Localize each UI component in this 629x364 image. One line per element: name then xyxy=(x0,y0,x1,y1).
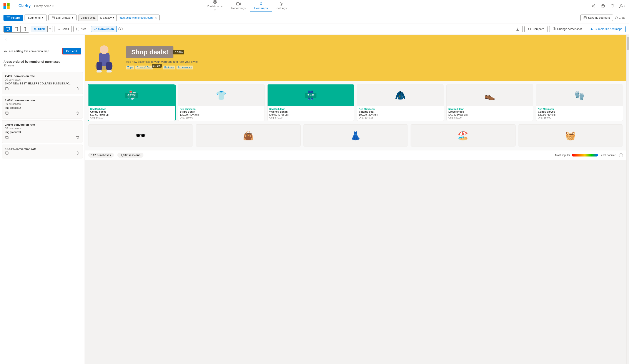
scroll-tool-btn[interactable]: Scroll xyxy=(55,26,72,32)
product-emoji-1: 👕 xyxy=(216,90,227,100)
toolbar-right: Compare Change screenshot Summarize heat… xyxy=(513,26,626,32)
help-icon-btn[interactable] xyxy=(600,2,606,9)
product-card-0[interactable]: 🧦 0.78% New Markdown Comfy socks $23.60 … xyxy=(88,84,175,121)
svg-rect-28 xyxy=(6,112,8,114)
product-card-r2-0[interactable]: 🕶️ xyxy=(88,124,193,147)
area-card-actions-1 xyxy=(5,111,80,116)
mobile-view-btn[interactable] xyxy=(21,26,29,32)
product-info-3: New Markdown Vintage coat $99.99 (33% of… xyxy=(357,106,444,121)
areas-count: 33 areas xyxy=(3,64,81,67)
change-screenshot-button[interactable]: Change screenshot xyxy=(549,26,585,32)
summarize-button[interactable]: Summarize heatmaps xyxy=(587,26,626,32)
area-copy-btn-2[interactable] xyxy=(5,135,9,140)
conversion-tool-btn[interactable]: Conversion xyxy=(91,26,117,32)
filter-bar-right: Save as segment Clear xyxy=(580,14,626,21)
area-copy-btn-3[interactable] xyxy=(5,151,9,156)
save-segment-button[interactable]: Save as segment xyxy=(580,14,613,21)
nav-dashboards[interactable]: Dashboards ▾ xyxy=(203,0,227,14)
exit-edit-button[interactable]: Exit edit xyxy=(62,48,81,55)
download-icon xyxy=(516,27,519,31)
area-copy-btn-0[interactable] xyxy=(5,87,9,91)
scrollbar-thumb[interactable] xyxy=(627,37,629,50)
banner-link-accessories[interactable]: Accessories xyxy=(176,66,193,70)
compare-button[interactable]: Compare xyxy=(524,26,547,32)
product-price-1: $39.90 (42% off) xyxy=(180,113,263,116)
product-img-r2-2: 👗 xyxy=(304,125,408,146)
product-card-r2-1[interactable]: 👜 xyxy=(196,124,300,147)
click-tool-main[interactable]: Click xyxy=(31,26,47,32)
editing-banner: You are editing this conversion map Exit… xyxy=(0,45,85,57)
banner-link-coats[interactable]: Coats & Ja... 0.78% xyxy=(135,66,153,70)
area-delete-btn-0[interactable] xyxy=(76,87,80,91)
product-tag-5: New Markdown xyxy=(538,108,621,110)
account-icon xyxy=(619,4,623,8)
svg-rect-16 xyxy=(52,17,55,19)
refresh-icon xyxy=(615,16,618,19)
instance-name[interactable]: Clarity demo ▾ xyxy=(34,4,54,8)
product-card-3[interactable]: 🧥 New Markdown Vintage coat $99.99 (33% … xyxy=(357,84,444,121)
area-card-3: 12.50% conversion rate xyxy=(2,145,83,159)
nav-heat-badge: 0.78% xyxy=(152,64,162,68)
area-delete-btn-1[interactable] xyxy=(76,111,80,116)
download-button[interactable] xyxy=(513,26,523,32)
copy-icon xyxy=(5,135,9,139)
svg-rect-18 xyxy=(584,16,586,17)
area-tool-btn[interactable]: Area xyxy=(73,26,89,32)
banner-link-tops[interactable]: Tops xyxy=(126,66,134,70)
filters-button[interactable]: Filters xyxy=(3,15,23,21)
tablet-view-btn[interactable] xyxy=(12,26,21,32)
date-range-button[interactable]: Last 3 days ▾ xyxy=(48,14,77,21)
product-card-r2-3[interactable]: 🏖️ xyxy=(411,124,515,147)
product-card-2[interactable]: 👖 2.4% New Markdown Washed denim $49.50 … xyxy=(267,84,354,121)
product-card-5[interactable]: 🧤 New Markdown Comfy gloves $23.60 (60% … xyxy=(536,84,623,121)
notifications-icon-btn[interactable] xyxy=(609,2,616,9)
area-delete-btn-3[interactable] xyxy=(76,151,80,156)
banner-sub: Add new essentials to your wardrobe and … xyxy=(126,60,621,63)
nav-heatmaps[interactable]: Heatmaps xyxy=(250,0,272,12)
banner-link-bottoms[interactable]: Bottoms xyxy=(163,66,175,70)
camera-icon xyxy=(552,27,556,31)
sidebar: You are editing this conversion map Exit… xyxy=(0,35,85,364)
url-operator-select[interactable]: is exactly ▾ xyxy=(98,15,116,21)
area-card-purchases-1: 10 purchases xyxy=(5,102,80,105)
legend: Most popular Least popular i xyxy=(555,153,623,157)
clear-button[interactable]: Clear xyxy=(615,16,626,19)
calendar-icon xyxy=(52,16,55,19)
url-clear-icon[interactable]: ✕ xyxy=(155,16,157,19)
svg-point-33 xyxy=(100,45,109,54)
account-icon-btn[interactable]: ▾ xyxy=(619,2,626,9)
product-card-4[interactable]: 👞 New Markdown Dress shoes $41.40 (40% o… xyxy=(447,84,533,121)
mobile-icon xyxy=(23,27,27,31)
scrollbar-track[interactable] xyxy=(627,35,629,364)
nav-settings[interactable]: Settings xyxy=(272,0,291,12)
svg-rect-7 xyxy=(215,2,217,4)
product-card-r2-2[interactable]: 👗 xyxy=(303,124,408,147)
product-info-2: New Markdown Washed denim $49.50 (37% of… xyxy=(268,106,354,121)
legend-info-icon[interactable]: i xyxy=(619,153,623,157)
svg-rect-30 xyxy=(6,152,8,154)
svg-rect-1 xyxy=(7,3,9,6)
area-delete-btn-2[interactable] xyxy=(76,135,80,140)
product-name-1: Stripe t-shirt xyxy=(180,110,263,113)
desktop-view-btn[interactable] xyxy=(4,26,12,32)
share-icon-btn[interactable] xyxy=(590,2,597,9)
compare-icon xyxy=(528,27,531,31)
click-tool-caret[interactable]: ▾ xyxy=(47,26,53,32)
copy-icon xyxy=(5,111,9,115)
sidebar-header xyxy=(0,35,85,45)
page-banner: Shop deals! 0.38% Add new essentials to … xyxy=(85,35,627,81)
scroll-icon xyxy=(57,28,60,31)
editing-text: You are editing this conversion map xyxy=(3,49,49,53)
product-card-1[interactable]: 👕 New Markdown Stripe t-shirt $39.90 (42… xyxy=(178,84,265,121)
nav-recordings[interactable]: Recordings xyxy=(227,0,250,12)
area-copy-btn-1[interactable] xyxy=(5,111,9,116)
svg-rect-35 xyxy=(106,62,112,70)
filter-bar: Filters Segments ▾ Last 3 days ▾ Visited… xyxy=(0,12,629,23)
svg-point-9 xyxy=(281,3,282,4)
info-icon[interactable]: i xyxy=(119,27,123,31)
segments-button[interactable]: Segments ▾ xyxy=(24,14,47,21)
click-tool-split: Click ▾ xyxy=(31,26,53,32)
product-card-r2-4[interactable]: 🧺 xyxy=(518,124,623,147)
area-card-actions-2 xyxy=(5,135,80,140)
sidebar-collapse-btn[interactable] xyxy=(3,37,8,42)
